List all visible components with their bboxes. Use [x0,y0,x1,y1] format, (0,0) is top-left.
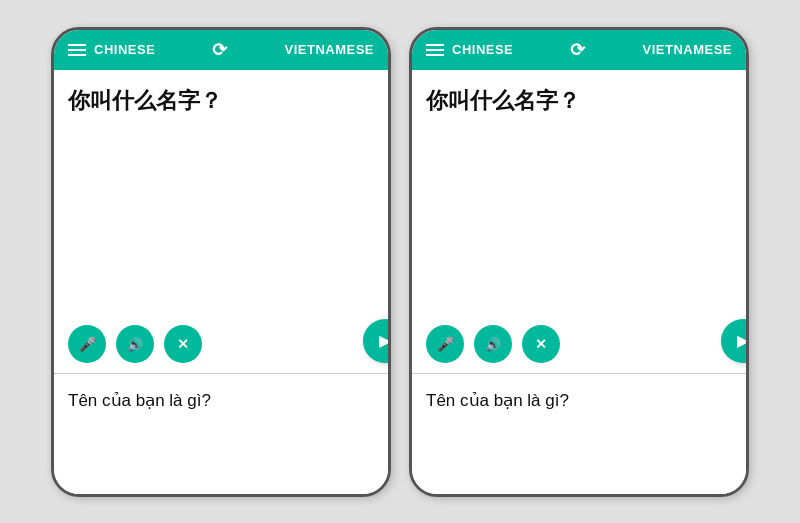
menu-icon-right[interactable] [426,44,444,56]
output-area-left: Tên của bạn là gì? [54,374,388,494]
swap-icon-left[interactable]: ⟳ [212,39,227,61]
input-area-left: 你叫什么名字？ [54,70,388,374]
target-lang-right: VIETNAMESE [642,42,732,57]
phones-container: CHINESE ⟳ VIETNAMESE 你叫什么名字？ [31,7,769,517]
chinese-text-right: 你叫什么名字？ [426,88,580,113]
mic-icon-right [437,335,454,353]
target-lang-left: VIETNAMESE [284,42,374,57]
chinese-text-left: 你叫什么名字？ [68,88,222,113]
right-header-target: VIETNAMESE [642,42,732,57]
mic-button-right[interactable] [426,325,464,363]
swap-icon-right[interactable]: ⟳ [570,39,585,61]
phone-left: CHINESE ⟳ VIETNAMESE 你叫什么名字？ [51,27,391,497]
source-lang-left: CHINESE [94,42,155,57]
menu-icon-left[interactable] [68,44,86,56]
send-icon-left [379,330,391,351]
speaker-icon-left [127,335,143,353]
close-icon-right [535,335,547,353]
phone-left-header: CHINESE ⟳ VIETNAMESE [54,30,388,70]
speaker-icon-right [485,335,501,353]
phone-right-header: CHINESE ⟳ VIETNAMESE [412,30,746,70]
phone-right: CHINESE ⟳ VIETNAMESE 你叫什么名字？ [409,27,749,497]
speaker-button-right[interactable] [474,325,512,363]
vietnamese-text-right: Tên của bạn là gì? [426,391,569,410]
close-icon-left [177,335,189,353]
send-icon-right [737,330,749,351]
mic-icon-left [79,335,96,353]
close-button-left[interactable] [164,325,202,363]
controls-row-right [412,325,746,363]
source-lang-right: CHINESE [452,42,513,57]
vietnamese-text-left: Tên của bạn là gì? [68,391,211,410]
right-header-source: CHINESE [426,42,513,57]
phone-left-body: 你叫什么名字？ Tên của bạn là gì? [54,70,388,494]
close-button-right[interactable] [522,325,560,363]
output-area-right: Tên của bạn là gì? [412,374,746,494]
speaker-button-left[interactable] [116,325,154,363]
left-header-target: VIETNAMESE [284,42,374,57]
phone-right-body: 你叫什么名字？ Tên của bạn là gì? [412,70,746,494]
left-header-source: CHINESE [68,42,155,57]
input-area-right: 你叫什么名字？ [412,70,746,374]
mic-button-left[interactable] [68,325,106,363]
controls-row-left [54,325,388,363]
